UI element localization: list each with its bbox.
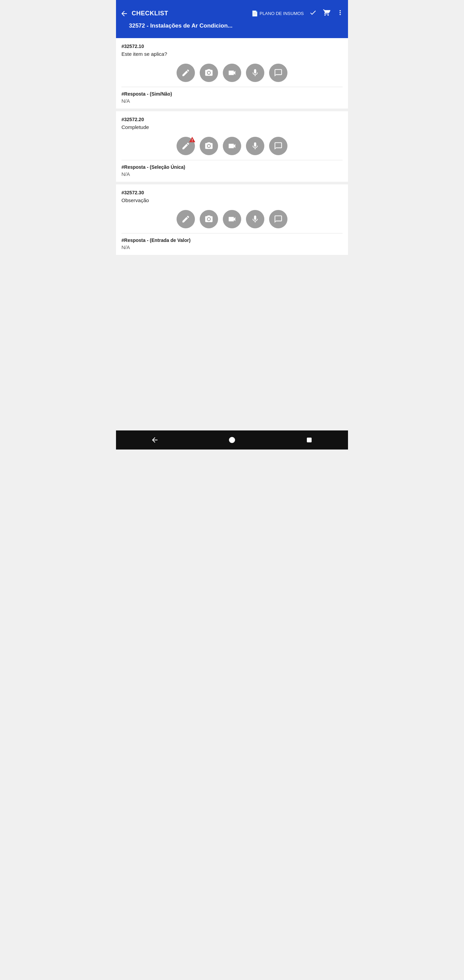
back-button[interactable] bbox=[119, 8, 130, 19]
checklist-item-1: #32572.10 Este item se aplica? #Resposta… bbox=[116, 38, 348, 108]
edit-button-1[interactable] bbox=[176, 64, 195, 82]
plano-insumos-button[interactable]: 📄 PLANO DE INSUMOS bbox=[249, 9, 306, 18]
comment-button-2[interactable] bbox=[269, 137, 288, 155]
toolbar-title: CHECKLIST bbox=[132, 10, 247, 17]
action-buttons-3 bbox=[121, 207, 343, 233]
action-buttons-2: ! bbox=[121, 134, 343, 160]
response-label-1: #Resposta - (Sim/Não) bbox=[121, 91, 343, 97]
checklist-item-2: #32572.20 Completude ! bbox=[116, 111, 348, 182]
response-section-3: #Resposta - (Entrada de Valor) N/A bbox=[121, 234, 343, 255]
microphone-button-1[interactable] bbox=[246, 64, 264, 82]
response-label-3: #Resposta - (Entrada de Valor) bbox=[121, 237, 343, 243]
camera-button-2[interactable] bbox=[200, 137, 218, 155]
nav-square-button[interactable] bbox=[299, 433, 319, 447]
content-area: #32572.10 Este item se aplica? #Resposta… bbox=[116, 38, 348, 428]
video-button-2[interactable] bbox=[223, 137, 241, 155]
nav-back-button[interactable] bbox=[145, 433, 165, 447]
response-value-3: N/A bbox=[121, 244, 343, 250]
response-section-1: #Resposta - (Sim/Não) N/A bbox=[121, 87, 343, 108]
toolbar: CHECKLIST 📄 PLANO DE INSUMOS 3257 bbox=[116, 0, 348, 38]
response-label-2: #Resposta - (Seleção Única) bbox=[121, 164, 343, 170]
cart-button[interactable] bbox=[321, 8, 332, 19]
edit-button-3[interactable] bbox=[176, 210, 195, 228]
action-buttons-1 bbox=[121, 61, 343, 87]
video-button-3[interactable] bbox=[223, 210, 241, 228]
empty-space bbox=[116, 258, 348, 428]
item-id-3: #32572.30 bbox=[121, 190, 343, 195]
check-button[interactable] bbox=[308, 8, 318, 19]
item-label-1: Este item se aplica? bbox=[121, 51, 343, 57]
nav-home-button[interactable] bbox=[222, 433, 242, 447]
comment-button-1[interactable] bbox=[269, 64, 288, 82]
microphone-button-3[interactable] bbox=[246, 210, 264, 228]
document-icon: 📄 bbox=[251, 10, 258, 17]
video-button-1[interactable] bbox=[223, 64, 241, 82]
camera-button-3[interactable] bbox=[200, 210, 218, 228]
item-label-3: Observação bbox=[121, 197, 343, 203]
comment-button-3[interactable] bbox=[269, 210, 288, 228]
item-id-2: #32572.20 bbox=[121, 117, 343, 122]
item-id-1: #32572.10 bbox=[121, 43, 343, 49]
response-value-1: N/A bbox=[121, 98, 343, 104]
toolbar-subtitle: 32572 - Instalações de Ar Condicion... bbox=[119, 21, 345, 33]
checklist-item-3: #32572.30 Observação #Resposta - (Entrad… bbox=[116, 185, 348, 255]
item-label-2: Completude bbox=[121, 124, 343, 130]
response-section-2: #Resposta - (Seleção Única) N/A bbox=[121, 160, 343, 182]
edit-button-2[interactable]: ! bbox=[176, 137, 195, 155]
svg-point-2 bbox=[229, 437, 235, 443]
svg-text:!: ! bbox=[192, 138, 193, 142]
warning-badge: ! bbox=[189, 136, 195, 143]
svg-rect-3 bbox=[307, 438, 311, 442]
nav-bar bbox=[116, 430, 348, 450]
more-button[interactable] bbox=[335, 8, 345, 19]
microphone-button-2[interactable] bbox=[246, 137, 264, 155]
response-value-2: N/A bbox=[121, 171, 343, 177]
camera-button-1[interactable] bbox=[200, 64, 218, 82]
